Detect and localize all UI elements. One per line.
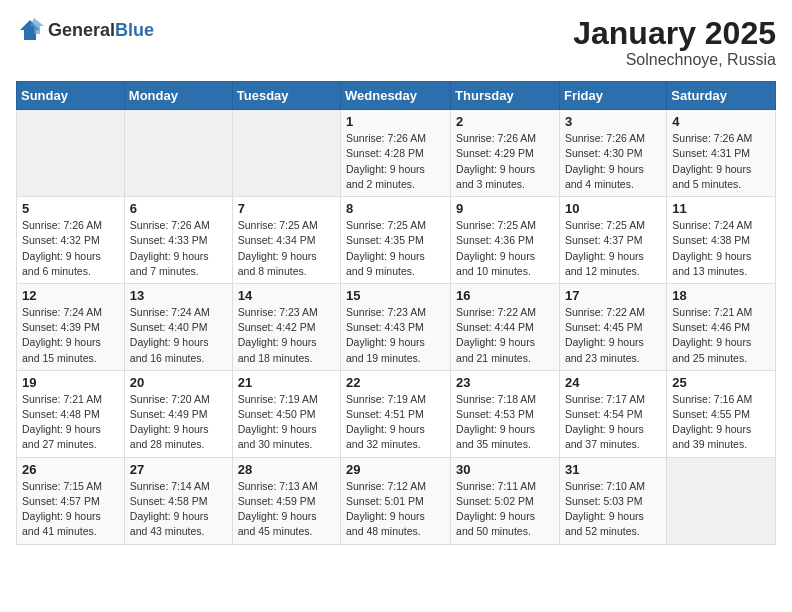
calendar-cell: 9Sunrise: 7:25 AM Sunset: 4:36 PM Daylig… [451,197,560,284]
day-info: Sunrise: 7:11 AM Sunset: 5:02 PM Dayligh… [456,479,554,540]
day-info: Sunrise: 7:26 AM Sunset: 4:29 PM Dayligh… [456,131,554,192]
day-number: 10 [565,201,661,216]
calendar-cell: 15Sunrise: 7:23 AM Sunset: 4:43 PM Dayli… [341,283,451,370]
calendar-cell: 21Sunrise: 7:19 AM Sunset: 4:50 PM Dayli… [232,370,340,457]
logo-general: General [48,20,115,40]
calendar-cell: 20Sunrise: 7:20 AM Sunset: 4:49 PM Dayli… [124,370,232,457]
page-header: GeneralBlue January 2025 Solnechnoye, Ru… [16,16,776,69]
day-number: 16 [456,288,554,303]
day-number: 5 [22,201,119,216]
day-info: Sunrise: 7:19 AM Sunset: 4:51 PM Dayligh… [346,392,445,453]
title-block: January 2025 Solnechnoye, Russia [573,16,776,69]
weekday-header-row: SundayMondayTuesdayWednesdayThursdayFrid… [17,82,776,110]
day-info: Sunrise: 7:26 AM Sunset: 4:32 PM Dayligh… [22,218,119,279]
calendar-table: SundayMondayTuesdayWednesdayThursdayFrid… [16,81,776,544]
day-info: Sunrise: 7:16 AM Sunset: 4:55 PM Dayligh… [672,392,770,453]
day-number: 20 [130,375,227,390]
calendar-cell: 14Sunrise: 7:23 AM Sunset: 4:42 PM Dayli… [232,283,340,370]
day-info: Sunrise: 7:23 AM Sunset: 4:42 PM Dayligh… [238,305,335,366]
weekday-header-saturday: Saturday [667,82,776,110]
day-info: Sunrise: 7:22 AM Sunset: 4:44 PM Dayligh… [456,305,554,366]
calendar-cell: 24Sunrise: 7:17 AM Sunset: 4:54 PM Dayli… [559,370,666,457]
calendar-week-5: 26Sunrise: 7:15 AM Sunset: 4:57 PM Dayli… [17,457,776,544]
day-number: 9 [456,201,554,216]
weekday-header-friday: Friday [559,82,666,110]
calendar-cell [232,110,340,197]
calendar-cell [667,457,776,544]
weekday-header-thursday: Thursday [451,82,560,110]
day-info: Sunrise: 7:25 AM Sunset: 4:36 PM Dayligh… [456,218,554,279]
calendar-cell: 19Sunrise: 7:21 AM Sunset: 4:48 PM Dayli… [17,370,125,457]
calendar-cell [17,110,125,197]
calendar-cell: 25Sunrise: 7:16 AM Sunset: 4:55 PM Dayli… [667,370,776,457]
calendar-cell: 3Sunrise: 7:26 AM Sunset: 4:30 PM Daylig… [559,110,666,197]
day-number: 7 [238,201,335,216]
calendar-week-4: 19Sunrise: 7:21 AM Sunset: 4:48 PM Dayli… [17,370,776,457]
day-number: 25 [672,375,770,390]
calendar-cell: 5Sunrise: 7:26 AM Sunset: 4:32 PM Daylig… [17,197,125,284]
weekday-header-wednesday: Wednesday [341,82,451,110]
logo: GeneralBlue [16,16,154,44]
day-info: Sunrise: 7:15 AM Sunset: 4:57 PM Dayligh… [22,479,119,540]
calendar-cell: 23Sunrise: 7:18 AM Sunset: 4:53 PM Dayli… [451,370,560,457]
calendar-cell: 4Sunrise: 7:26 AM Sunset: 4:31 PM Daylig… [667,110,776,197]
calendar-cell: 16Sunrise: 7:22 AM Sunset: 4:44 PM Dayli… [451,283,560,370]
day-number: 2 [456,114,554,129]
calendar-week-2: 5Sunrise: 7:26 AM Sunset: 4:32 PM Daylig… [17,197,776,284]
day-number: 19 [22,375,119,390]
day-number: 22 [346,375,445,390]
day-info: Sunrise: 7:22 AM Sunset: 4:45 PM Dayligh… [565,305,661,366]
day-info: Sunrise: 7:13 AM Sunset: 4:59 PM Dayligh… [238,479,335,540]
day-info: Sunrise: 7:26 AM Sunset: 4:31 PM Dayligh… [672,131,770,192]
day-info: Sunrise: 7:26 AM Sunset: 4:28 PM Dayligh… [346,131,445,192]
day-number: 31 [565,462,661,477]
day-info: Sunrise: 7:21 AM Sunset: 4:46 PM Dayligh… [672,305,770,366]
calendar-cell: 8Sunrise: 7:25 AM Sunset: 4:35 PM Daylig… [341,197,451,284]
calendar-body: 1Sunrise: 7:26 AM Sunset: 4:28 PM Daylig… [17,110,776,544]
day-number: 29 [346,462,445,477]
day-info: Sunrise: 7:12 AM Sunset: 5:01 PM Dayligh… [346,479,445,540]
day-info: Sunrise: 7:25 AM Sunset: 4:37 PM Dayligh… [565,218,661,279]
calendar-cell: 29Sunrise: 7:12 AM Sunset: 5:01 PM Dayli… [341,457,451,544]
calendar-cell: 2Sunrise: 7:26 AM Sunset: 4:29 PM Daylig… [451,110,560,197]
calendar-cell [124,110,232,197]
day-number: 28 [238,462,335,477]
day-info: Sunrise: 7:21 AM Sunset: 4:48 PM Dayligh… [22,392,119,453]
calendar-cell: 22Sunrise: 7:19 AM Sunset: 4:51 PM Dayli… [341,370,451,457]
day-number: 11 [672,201,770,216]
calendar-cell: 27Sunrise: 7:14 AM Sunset: 4:58 PM Dayli… [124,457,232,544]
calendar-cell: 10Sunrise: 7:25 AM Sunset: 4:37 PM Dayli… [559,197,666,284]
weekday-header-sunday: Sunday [17,82,125,110]
day-info: Sunrise: 7:23 AM Sunset: 4:43 PM Dayligh… [346,305,445,366]
day-info: Sunrise: 7:26 AM Sunset: 4:33 PM Dayligh… [130,218,227,279]
day-number: 15 [346,288,445,303]
weekday-header-tuesday: Tuesday [232,82,340,110]
day-number: 18 [672,288,770,303]
day-info: Sunrise: 7:14 AM Sunset: 4:58 PM Dayligh… [130,479,227,540]
day-info: Sunrise: 7:25 AM Sunset: 4:35 PM Dayligh… [346,218,445,279]
day-number: 4 [672,114,770,129]
calendar-title: January 2025 [573,16,776,51]
logo-blue: Blue [115,20,154,40]
day-number: 14 [238,288,335,303]
day-number: 24 [565,375,661,390]
day-info: Sunrise: 7:18 AM Sunset: 4:53 PM Dayligh… [456,392,554,453]
calendar-cell: 18Sunrise: 7:21 AM Sunset: 4:46 PM Dayli… [667,283,776,370]
day-info: Sunrise: 7:20 AM Sunset: 4:49 PM Dayligh… [130,392,227,453]
day-info: Sunrise: 7:17 AM Sunset: 4:54 PM Dayligh… [565,392,661,453]
day-number: 26 [22,462,119,477]
day-number: 30 [456,462,554,477]
day-number: 1 [346,114,445,129]
calendar-cell: 1Sunrise: 7:26 AM Sunset: 4:28 PM Daylig… [341,110,451,197]
day-info: Sunrise: 7:24 AM Sunset: 4:40 PM Dayligh… [130,305,227,366]
calendar-cell: 28Sunrise: 7:13 AM Sunset: 4:59 PM Dayli… [232,457,340,544]
day-number: 3 [565,114,661,129]
day-number: 27 [130,462,227,477]
day-info: Sunrise: 7:24 AM Sunset: 4:38 PM Dayligh… [672,218,770,279]
calendar-cell: 17Sunrise: 7:22 AM Sunset: 4:45 PM Dayli… [559,283,666,370]
logo-text: GeneralBlue [48,20,154,41]
calendar-cell: 11Sunrise: 7:24 AM Sunset: 4:38 PM Dayli… [667,197,776,284]
calendar-cell: 6Sunrise: 7:26 AM Sunset: 4:33 PM Daylig… [124,197,232,284]
day-number: 8 [346,201,445,216]
day-info: Sunrise: 7:19 AM Sunset: 4:50 PM Dayligh… [238,392,335,453]
